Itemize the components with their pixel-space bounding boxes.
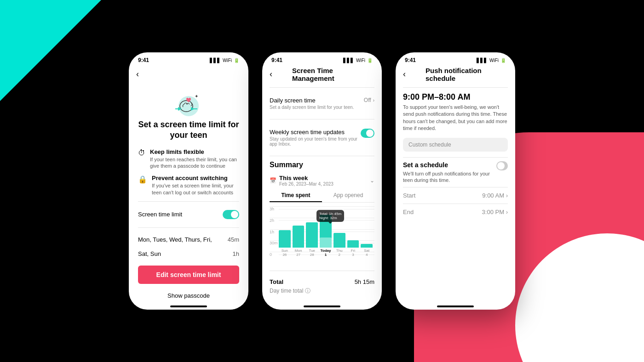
- daily-screen-time-row[interactable]: Daily screen time Set a daily screen tim…: [270, 92, 374, 114]
- chevron-down-icon: ⌄: [370, 177, 374, 184]
- clock-icon: ⏱: [138, 149, 145, 157]
- weekly-updates-desc: Stay updated on your teen's time from yo…: [270, 136, 361, 147]
- chart-tabs: Time spent App opened: [270, 189, 374, 203]
- grid-label-30m: 30m: [270, 241, 279, 245]
- bar-tue-fill: [306, 222, 318, 248]
- home-indicator-3: [396, 300, 515, 310]
- end-time-row[interactable]: End 3:00 PM ›: [403, 204, 508, 220]
- divider-p2-2: [270, 119, 374, 119]
- bar-label-fri: Fri3: [351, 249, 355, 257]
- this-week-label: This week: [279, 175, 334, 181]
- battery-icon-2: 🔋: [367, 58, 373, 63]
- divider-2: [138, 227, 239, 228]
- daily-screen-time-left: Daily screen time Set a daily screen tim…: [270, 97, 354, 110]
- weekend-row: Sat, Sun 1h: [138, 247, 239, 261]
- phone2-nav-title: Screen Time Management: [292, 67, 352, 82]
- feature2-desc: If you've set a screen time limit, your …: [152, 182, 239, 196]
- total-value: 5h 15m: [355, 278, 374, 285]
- phone3-body: 9:00 PM–8:00 AM To support your teen's w…: [396, 83, 515, 300]
- chevron-right-1: ›: [373, 98, 374, 103]
- grid-label-2h: 2h: [270, 218, 279, 223]
- phone1-title: Set a screen time limit for your teen: [138, 119, 239, 141]
- phones-container: 9:41 ▋▋▋ WiFi 🔋 ‹: [129, 52, 515, 310]
- edit-screen-time-button[interactable]: Edit screen time limit: [138, 266, 239, 284]
- screen-time-toggle[interactable]: [223, 210, 239, 219]
- lock-icon: 🔒: [138, 175, 147, 184]
- battery-icon: 🔋: [234, 58, 239, 63]
- phone-3: 9:41 ▋▋▋ WiFi 🔋 ‹ Push notification sche…: [396, 52, 515, 310]
- set-schedule-row: Set a schedule We'll turn off push notif…: [403, 157, 508, 187]
- bar-today-night: [320, 238, 332, 248]
- bar-mon: Mon27: [293, 226, 305, 257]
- home-indicator-1: [129, 300, 248, 310]
- day-time-label: Day time total ⓘ: [270, 287, 374, 295]
- summary-title: Summary: [270, 161, 374, 169]
- set-schedule-left: Set a schedule We'll turn off push notif…: [403, 161, 496, 184]
- grid-label-3h: 3h: [270, 207, 279, 211]
- daily-off-text: Off: [364, 97, 371, 103]
- signal-icon-3: ▋▋▋: [477, 58, 488, 63]
- start-time-row[interactable]: Start 9:00 AM ›: [403, 187, 508, 204]
- chevron-right-end: ›: [506, 209, 508, 215]
- divider-p2-4: [270, 271, 374, 271]
- brain-illustration: ✦: [168, 84, 209, 119]
- bar-sat-fill: [361, 244, 373, 248]
- weekly-updates-left: Weekly screen time updates Stay updated …: [270, 129, 361, 147]
- week-row[interactable]: 📅 This week Feb 26, 2023–Mar 4, 2023 ⌄: [270, 172, 374, 189]
- custom-schedule-input[interactable]: Custom schedule: [403, 138, 508, 152]
- tab-time-spent[interactable]: Time spent: [270, 189, 322, 202]
- divider-p2-1: [270, 87, 374, 88]
- status-time-1: 9:41: [138, 57, 149, 63]
- end-value: 3:00 PM: [482, 209, 504, 215]
- back-button-3[interactable]: ‹: [403, 69, 406, 79]
- bar-mon-fill: [293, 226, 305, 248]
- back-button-2[interactable]: ‹: [270, 69, 272, 79]
- calendar-icon: 📅: [270, 177, 276, 184]
- home-bar-2: [304, 305, 340, 307]
- grid-label-1h: 1h: [270, 230, 279, 234]
- divider-p2-3: [270, 156, 374, 156]
- home-bar-3: [437, 305, 474, 307]
- status-bar-1: 9:41 ▋▋▋ WiFi 🔋: [129, 52, 248, 66]
- feature-text-2: Prevent account switching If you've set …: [152, 175, 239, 196]
- status-icons-1: ▋▋▋ WiFi 🔋: [210, 58, 239, 63]
- tab-app-opened[interactable]: App opened: [322, 189, 374, 202]
- status-bar-2: 9:41 ▋▋▋ WiFi 🔋: [262, 52, 382, 66]
- bar-fri: Fri3: [347, 240, 359, 257]
- bar-sat: Sat4: [361, 244, 373, 257]
- feature2-heading: Prevent account switching: [152, 175, 239, 181]
- bar-label-mon: Mon27: [295, 249, 302, 257]
- weekly-updates-toggle[interactable]: [361, 129, 374, 138]
- weekdays-value: 45m: [228, 236, 239, 243]
- phone3-nav: ‹ Push notification schedule: [396, 66, 515, 83]
- end-label: End: [403, 209, 414, 215]
- tooltip-total: Total: 1h 45m: [319, 212, 341, 216]
- signal-icon-2: ▋▋▋: [343, 58, 354, 63]
- show-passcode-button[interactable]: Show passcode: [138, 288, 239, 300]
- wifi-icon-3: WiFi: [489, 58, 499, 63]
- chart-tooltip: Total: 1h 45m Night: 32m: [316, 210, 344, 222]
- total-section: Total 5h 15m Day time total ⓘ: [270, 276, 374, 298]
- wifi-icon-2: WiFi: [356, 58, 365, 63]
- daily-screen-time-label: Daily screen time: [270, 97, 354, 104]
- chevron-right-start: ›: [506, 192, 508, 199]
- weekend-label: Sat, Sun: [138, 250, 161, 257]
- phone3-content: ‹ Push notification schedule 9:00 PM–8:0…: [396, 66, 515, 300]
- weekly-updates-row: Weekly screen time updates Stay updated …: [270, 124, 374, 151]
- wifi-icon: WiFi: [223, 58, 232, 63]
- set-schedule-toggle[interactable]: [496, 161, 508, 170]
- date-range: Feb 26, 2023–Mar 4, 2023: [279, 181, 334, 187]
- feature1-heading: Keep limits flexible: [150, 148, 239, 155]
- status-icons-3: ▋▋▋ WiFi 🔋: [477, 58, 506, 63]
- weekend-value: 1h: [233, 250, 239, 257]
- bar-label-thu: Thu2: [336, 249, 343, 257]
- svg-text:✦: ✦: [195, 94, 198, 99]
- back-button-1[interactable]: ‹: [136, 69, 139, 79]
- chart-area: 3h 2h 1h 30m 0 Sun26: [270, 206, 374, 266]
- home-bar-1: [170, 305, 207, 307]
- status-time-3: 9:41: [405, 57, 416, 63]
- week-info: This week Feb 26, 2023–Mar 4, 2023: [279, 175, 334, 187]
- set-schedule-label: Set a schedule: [403, 161, 496, 169]
- divider-1: [138, 201, 239, 202]
- bar-thu: Thu2: [334, 233, 345, 257]
